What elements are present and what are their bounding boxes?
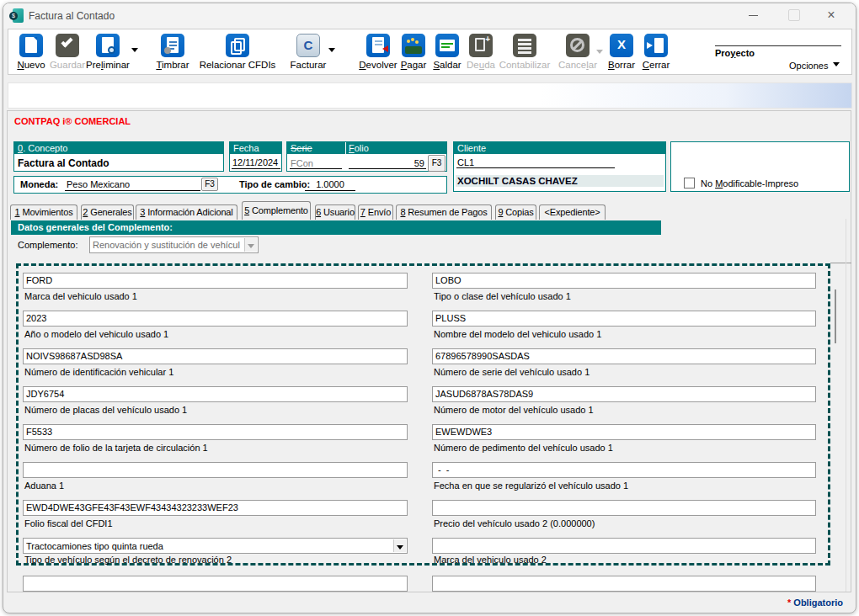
label-tipo-vehiculo-decreto-2: Tipo de vehículo según el decreto de ren…: [24, 555, 232, 565]
input-numero-placas-1[interactable]: JDY6754: [23, 386, 408, 402]
preview-document-icon: [96, 34, 120, 57]
stamp-document-icon: [161, 34, 184, 57]
input-extra-right[interactable]: [432, 576, 816, 592]
label-folio-fiscal-cfdi-1: Folio fiscal del CFDI1: [24, 518, 113, 528]
toolbar-button-relacionar-cfdis[interactable]: Relacionar CFDIs: [197, 34, 278, 70]
content-divider: [830, 263, 851, 263]
title-bar: $ Factura al Contado ×: [3, 3, 856, 29]
concepto-box: 0. Concepto Factura al Contado: [13, 141, 224, 172]
label-fecha-regularizo-1: Fecha en que se regularizó el vehículo u…: [434, 481, 628, 491]
label-numero-motor-1: Número de motor del vehículo usado 1: [434, 405, 594, 415]
label-numero-serie-1: Número de serie del vehículo usado 1: [434, 367, 590, 377]
fecha-value[interactable]: 12/11/2024: [232, 157, 278, 167]
main-panel: CONTPAQ i® COMERCIAL 0. Concepto Factura…: [7, 110, 851, 592]
input-folio-fiscal-cfdi-1[interactable]: EWD4DWE43GFE43F43EWF43434323233WEF23: [23, 500, 408, 516]
cliente-header: Cliente: [454, 142, 665, 154]
tab-usuario[interactable]: 6 Usuario: [315, 204, 355, 220]
opciones-dropdown-arrow: [833, 62, 840, 70]
label-aduana-1: Aduana 1: [24, 481, 64, 491]
no-modificable-checkbox[interactable]: [684, 178, 695, 189]
cliente-code[interactable]: CL1: [457, 157, 474, 167]
maximize-button[interactable]: [788, 9, 800, 21]
serie-header: Serie: [291, 143, 312, 153]
chevron-down-icon: [393, 539, 406, 552]
label-precio-vehiculo-2: Precio del vehículo usado 2 (0.000000): [434, 518, 595, 528]
close-button[interactable]: ×: [822, 3, 840, 29]
required-star: *: [787, 597, 791, 608]
required-label: Obligatorio: [793, 597, 843, 608]
tab-informacion-adicional[interactable]: 3 Información Adicional: [136, 204, 237, 220]
input-numero-motor-1[interactable]: JASUD6878AS78DAS9: [432, 386, 816, 402]
input-nombre-modelo-1[interactable]: PLUSS: [432, 311, 816, 327]
concepto-header: 0. Concepto: [14, 142, 223, 154]
tab-expediente[interactable]: <Expediente>: [539, 204, 606, 220]
tab-copias[interactable]: 9 Copias: [495, 204, 536, 220]
fecha-header: Fecha: [230, 142, 281, 154]
serie-folio-divider: [345, 142, 346, 154]
folio-header: Folio: [349, 143, 369, 153]
tipo-cambio-label: Tipo de cambio:: [239, 179, 310, 189]
input-folio-tarjeta-1[interactable]: F5533: [23, 424, 408, 440]
cliente-name: XOCHILT CASAS CHAVEZ: [456, 175, 664, 187]
window: $ Factura al Contado × Nuevo Guardar Pre…: [3, 3, 856, 613]
tab-complemento[interactable]: 5 Complemento: [242, 201, 311, 220]
input-extra-left[interactable]: [23, 576, 408, 592]
label-folio-tarjeta-1: Número de folio de la tarjeta de circula…: [24, 443, 208, 453]
toolbar-button-facturar[interactable]: C Facturar: [268, 34, 349, 70]
input-marca-vehiculo-1[interactable]: FORD: [23, 273, 408, 289]
label-numero-placas-1: Número de placas del vehículo usado 1: [24, 405, 187, 415]
related-documents-icon: [226, 34, 249, 57]
label-tipo-clase-1: Tipo o clase del vehículo usado 1: [434, 291, 571, 301]
minimize-button[interactable]: [749, 15, 758, 16]
status-bar: * Obligatorio: [787, 593, 843, 612]
serie-folio-box: Serie Folio FCon 59 F3: [286, 141, 447, 172]
proyecto-input[interactable]: [715, 38, 841, 46]
serie-value[interactable]: FCon: [291, 158, 313, 168]
input-fecha-regularizo-1[interactable]: - -: [432, 462, 816, 478]
input-numero-pedimento-1[interactable]: EWEWDWE3: [432, 424, 816, 440]
toolbar-button-cerrar[interactable]: Cerrar: [616, 34, 696, 70]
tab-envio[interactable]: 7 Envío: [358, 204, 393, 220]
tab-movimientos[interactable]: 1 Movimientos: [10, 204, 77, 220]
input-marca-vehiculo-2[interactable]: [432, 538, 816, 554]
complemento-combobox[interactable]: Renovación y sustitución de vehícul: [89, 236, 259, 253]
moneda-f3-button[interactable]: F3: [201, 178, 218, 191]
input-numero-identificacion-1[interactable]: NOIVS98687ASD98SA: [23, 348, 408, 364]
moneda-value[interactable]: Peso Mexicano: [67, 179, 130, 189]
accounting-list-icon: [513, 34, 536, 57]
app-icon: $: [9, 8, 24, 23]
opciones-button[interactable]: Opciones: [789, 61, 840, 71]
label-numero-pedimento-1: Número de pedimento del vehículo usado 1: [434, 443, 613, 453]
content-right-edge: [846, 219, 846, 592]
brand-text: CONTPAQ i® COMERCIAL: [14, 116, 131, 126]
no-modificable-label: No Modificable-Impreso: [701, 178, 798, 189]
toolbar: Nuevo Guardar Preliminar Timbrar Relacio…: [8, 29, 852, 75]
input-numero-serie-1[interactable]: 67896578990SASDAS: [432, 348, 816, 364]
section-header: Datos generales del Complemento:: [11, 220, 661, 235]
tab-generales[interactable]: 2 Generales: [81, 204, 134, 220]
label-nombre-modelo-1: Nombre del modelo del vehiculo usado 1: [434, 329, 601, 339]
cliente-box: Cliente CL1 XOCHILT CASAS CHAVEZ: [453, 141, 666, 192]
fecha-box: Fecha 12/11/2024: [229, 141, 282, 172]
proyecto-label: Proyecto: [715, 48, 755, 58]
concepto-value: Factura al Contado: [18, 157, 109, 169]
label-marca-vehiculo-2: Marca del vehiculo usado 2: [434, 555, 547, 565]
moneda-label: Moneda:: [20, 179, 58, 189]
input-anio-modelo-1[interactable]: 2023: [23, 311, 408, 327]
label-marca-vehiculo-1: Marca del vehiculo usado 1: [24, 291, 137, 301]
folio-f3-button[interactable]: F3: [428, 155, 446, 172]
combo-tipo-vehiculo-decreto-2[interactable]: Tractocamiones tipo quinta rueda: [23, 538, 408, 554]
tipo-cambio-value[interactable]: 1.0000: [305, 179, 355, 189]
label-anio-modelo-1: Año o modelo del vehiculo usado 1: [24, 329, 168, 339]
facturar-dropdown-arrow[interactable]: [328, 48, 335, 56]
scrollbar-thumb[interactable]: [835, 289, 836, 343]
window-title: Factura al Contado: [29, 3, 115, 29]
chevron-down-icon: [244, 238, 257, 252]
tab-resumen-de-pagos[interactable]: 8 Resumen de Pagos: [396, 204, 492, 220]
input-precio-vehiculo-2[interactable]: [432, 500, 816, 516]
input-tipo-clase-1[interactable]: LOBO: [432, 273, 816, 289]
blue-gradient-bar: [8, 82, 852, 109]
folio-value[interactable]: 59: [349, 158, 424, 168]
invoice-c-icon: C: [296, 34, 320, 57]
input-aduana-1[interactable]: [23, 462, 408, 478]
